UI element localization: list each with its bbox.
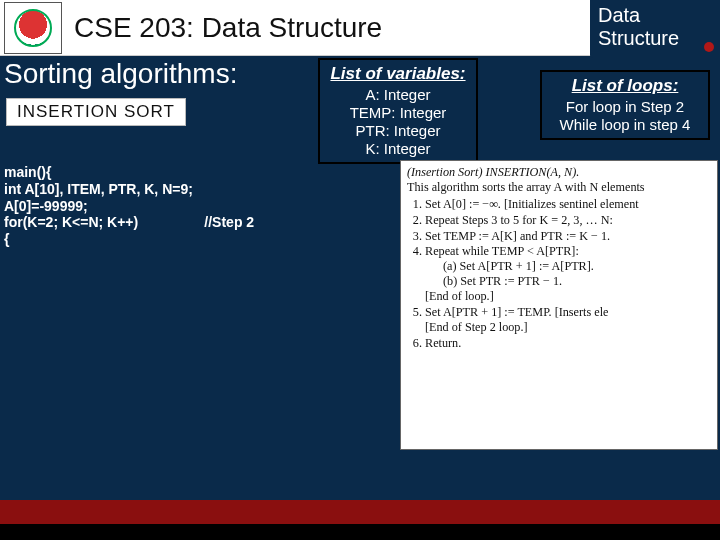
variables-box: List of variables: A: Integer TEMP: Inte… xyxy=(318,58,478,164)
algo-step: Repeat Steps 3 to 5 for K = 2, 3, … N: xyxy=(425,213,711,228)
algo-title: (Insertion Sort) INSERTION(A, N). xyxy=(407,165,711,180)
loops-box: List of loops: For loop in Step 2 While … xyxy=(540,70,710,140)
loops-heading: List of loops: xyxy=(552,76,698,96)
algo-desc: This algorithm sorts the array A with N … xyxy=(407,180,711,195)
section-heading: Sorting algorithms: xyxy=(4,58,237,90)
slide-title: CSE 203: Data Structure xyxy=(74,12,382,44)
var-line: PTR: Integer xyxy=(330,122,466,140)
corner-line-2: Structure xyxy=(598,27,712,50)
algo-endloop: [End of Step 2 loop.] xyxy=(425,320,711,335)
code-block: main(){ int A[10], ITEM, PTR, K, N=9; A[… xyxy=(4,164,254,248)
logo-icon xyxy=(14,9,52,47)
dot-icon xyxy=(704,42,714,52)
algo-step: Set A[0] := −∞. [Initializes sentinel el… xyxy=(425,197,711,212)
loop-line: For loop in Step 2 xyxy=(552,98,698,116)
algo-endloop: [End of loop.] xyxy=(425,289,711,304)
algo-step: Set A[PTR + 1] := TEMP. [Inserts ele [En… xyxy=(425,305,711,335)
footer-black-bar xyxy=(0,524,720,540)
institution-logo xyxy=(4,2,62,54)
var-line: A: Integer xyxy=(330,86,466,104)
insertion-sort-chip: INSERTION SORT xyxy=(6,98,186,126)
footer-red-bar xyxy=(0,500,720,524)
corner-line-1: Data xyxy=(598,4,712,27)
var-line: TEMP: Integer xyxy=(330,104,466,122)
loop-line: While loop in step 4 xyxy=(552,116,698,134)
algorithm-figure: (Insertion Sort) INSERTION(A, N). This a… xyxy=(400,160,718,450)
algo-substep: (b) Set PTR := PTR − 1. xyxy=(443,274,711,289)
var-line: K: Integer xyxy=(330,140,466,158)
algo-substep: (a) Set A[PTR + 1] := A[PTR]. xyxy=(443,259,711,274)
algo-step: Return. xyxy=(425,336,711,351)
algo-step: Set TEMP := A[K] and PTR := K − 1. xyxy=(425,229,711,244)
variables-heading: List of variables: xyxy=(330,64,466,84)
algo-step: Repeat while TEMP < A[PTR]: (a) Set A[PT… xyxy=(425,244,711,304)
corner-tag: Data Structure xyxy=(590,0,720,58)
